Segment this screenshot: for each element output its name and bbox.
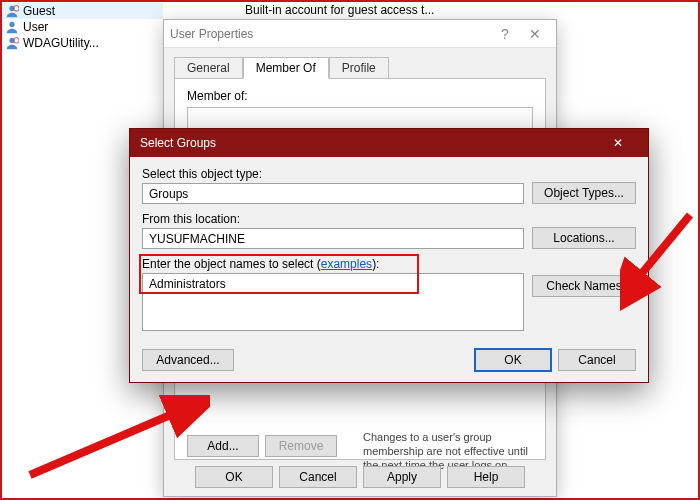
check-names-button[interactable]: Check Names	[532, 275, 636, 297]
user-description: Built-in account for guest access t...	[245, 3, 434, 17]
user-name: WDAGUtility...	[23, 36, 99, 50]
location-field[interactable]	[142, 228, 524, 249]
cancel-button[interactable]: Cancel	[279, 466, 357, 488]
props-titlebar[interactable]: User Properties ? ✕	[164, 20, 556, 48]
object-types-button[interactable]: Object Types...	[532, 182, 636, 204]
tab-general[interactable]: General	[174, 57, 243, 79]
object-type-field[interactable]	[142, 183, 524, 204]
select-groups-dialog: Select Groups ✕ Select this object type:…	[129, 128, 649, 383]
user-icon	[5, 20, 19, 34]
remove-button: Remove	[265, 435, 337, 457]
user-disabled-icon	[5, 36, 19, 50]
close-button[interactable]: ✕	[520, 26, 550, 42]
svg-point-2	[9, 22, 14, 27]
select-groups-title-text: Select Groups	[140, 136, 216, 150]
ok-button-dialog[interactable]: OK	[474, 348, 552, 372]
object-names-label: Enter the object names to select (exampl…	[142, 257, 524, 271]
object-type-label: Select this object type:	[142, 167, 524, 181]
object-names-value: Administrators	[149, 277, 226, 291]
props-title-text: User Properties	[170, 27, 253, 41]
close-icon[interactable]: ✕	[598, 129, 638, 157]
object-names-textarea[interactable]: Administrators	[142, 273, 524, 331]
ok-button[interactable]: OK	[195, 466, 273, 488]
user-list: Guest User WDAGUtility...	[3, 3, 163, 51]
select-groups-titlebar[interactable]: Select Groups ✕	[130, 129, 648, 157]
examples-link[interactable]: examples	[321, 257, 372, 271]
props-button-row: OK Cancel Apply Help	[164, 466, 556, 488]
help-button-bottom[interactable]: Help	[447, 466, 525, 488]
member-of-label: Member of:	[187, 89, 533, 103]
apply-button[interactable]: Apply	[363, 466, 441, 488]
user-name: Guest	[23, 4, 55, 18]
user-list-row-guest[interactable]: Guest	[3, 3, 163, 19]
user-disabled-icon	[5, 4, 19, 18]
user-name: User	[23, 20, 48, 34]
tab-member-of[interactable]: Member Of	[243, 57, 329, 79]
tab-profile[interactable]: Profile	[329, 57, 389, 79]
user-list-row-wdag[interactable]: WDAGUtility...	[3, 35, 163, 51]
user-list-row-user[interactable]: User	[3, 19, 163, 35]
location-label: From this location:	[142, 212, 524, 226]
props-tabs: General Member Of Profile	[174, 56, 546, 78]
cancel-button-dialog[interactable]: Cancel	[558, 349, 636, 371]
locations-button[interactable]: Locations...	[532, 227, 636, 249]
advanced-button[interactable]: Advanced...	[142, 349, 234, 371]
add-button[interactable]: Add...	[187, 435, 259, 457]
help-button[interactable]: ?	[490, 26, 520, 42]
